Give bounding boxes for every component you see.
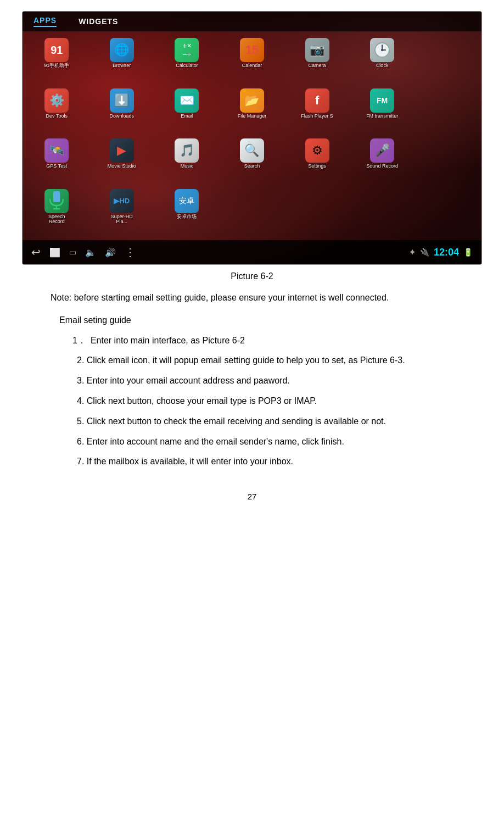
app-label-browser: Browser <box>113 63 131 69</box>
figure-caption: Picture 6-2 <box>22 271 482 281</box>
app-label-settings: Settings <box>308 164 326 169</box>
app-label-filemanager: File Manager <box>238 114 267 119</box>
step-6: 6. Enter into account name and the email… <box>77 434 471 450</box>
app-icon-flash[interactable]: f Flash Player S <box>285 86 349 121</box>
page-number: 27 <box>22 492 482 501</box>
app-icon-91[interactable]: 91 91手机助手 <box>25 36 89 71</box>
app-label-superhd: Super-HD Pla... <box>105 214 138 225</box>
app-icon-img-superhd: ▶HD <box>110 189 134 213</box>
step-4: 4. Click next button, choose your email … <box>77 393 471 409</box>
app-icon-img-movie: ▶ <box>110 138 134 163</box>
app-icon-img-sound: 🎤 <box>370 138 394 163</box>
tab-apps[interactable]: APPS <box>33 16 57 27</box>
signal-icon: ✦ <box>409 248 416 257</box>
android-screen: APPS WIDGETS 91 91手机助手 🌐 Browser <box>23 12 481 264</box>
app-label-email: Email <box>181 114 193 119</box>
battery-icon: 🔋 <box>463 248 473 257</box>
app-icon-fm[interactable]: FM FM transmitter <box>350 86 415 121</box>
app-icon-img-gps: 🛰️ <box>44 138 69 163</box>
step-7: 7. If the mailbox is available, it will … <box>77 454 471 470</box>
section-heading: Email seting guide <box>59 313 471 329</box>
app-icon-img-calendar: 15 <box>240 38 264 62</box>
app-icon-movie[interactable]: ▶ Movie Studio <box>90 136 154 171</box>
app-icon-camera[interactable]: 📷 Camera <box>285 36 349 71</box>
navigation-bar: ↩ ⬜ ▭ 🔈 🔊 ⋮ ✦ 🔌 12:04 🔋 <box>23 240 481 264</box>
app-label-91: 91手机助手 <box>44 63 69 69</box>
recent-button-icon[interactable]: ▭ <box>69 248 76 257</box>
usb-icon: 🔌 <box>420 248 429 257</box>
app-icon-sound[interactable]: 🎤 Sound Record <box>350 136 415 171</box>
app-label-music: Music <box>181 164 194 169</box>
app-icon-search[interactable]: 🔍 Search <box>220 136 284 171</box>
step-1: 1． Enter into main interface, as Picture… <box>72 333 471 349</box>
app-label-downloads: Downloads <box>110 114 135 119</box>
app-icon-img-market: 安卓 <box>175 189 199 213</box>
page-wrapper: APPS WIDGETS 91 91手机助手 🌐 Browser <box>0 0 504 534</box>
app-icon-browser[interactable]: 🌐 Browser <box>90 36 154 71</box>
app-icon-img-camera: 📷 <box>305 38 329 62</box>
app-icon-img-fm: FM <box>370 88 394 113</box>
app-icon-img-speech <box>44 189 69 213</box>
app-icon-calculator[interactable]: +×−÷ Calculator <box>155 36 219 71</box>
app-icon-speech[interactable]: Speech Record <box>25 187 89 227</box>
step-5: 5. Click next button to check the email … <box>77 414 471 430</box>
app-icon-market[interactable]: 安卓 安卓市场 <box>155 187 219 222</box>
app-label-flash: Flash Player S <box>301 114 333 119</box>
app-icon-downloads[interactable]: ⬇️ Downloads <box>90 86 154 121</box>
document-content: Note: before starting email setting guid… <box>22 290 482 470</box>
app-label-movie: Movie Studio <box>108 164 136 169</box>
vol-up-icon[interactable]: 🔊 <box>105 247 116 258</box>
app-label-search: Search <box>244 164 260 169</box>
app-label-gps: GPS Test <box>46 164 67 169</box>
svg-point-3 <box>381 49 383 51</box>
step-1-text: Enter into main interface, as Picture 6-… <box>91 333 245 349</box>
home-button-icon[interactable]: ⬜ <box>49 247 60 258</box>
step-2: 2. Click email icon, it will popup email… <box>77 353 471 369</box>
back-button-icon[interactable]: ↩ <box>31 246 41 259</box>
app-icon-img-settings: ⚙ <box>305 138 329 163</box>
more-menu-icon[interactable]: ⋮ <box>125 246 136 259</box>
app-icon-img-browser: 🌐 <box>110 38 134 62</box>
app-icon-img-91: 91 <box>44 38 69 62</box>
app-label-sound: Sound Record <box>366 164 398 169</box>
app-label-market: 安卓市场 <box>177 214 197 220</box>
nav-right-area: ✦ 🔌 12:04 🔋 <box>409 247 473 258</box>
screenshot-container: APPS WIDGETS 91 91手机助手 🌐 Browser <box>22 11 482 265</box>
note-paragraph: Note: before starting email setting guid… <box>33 290 471 306</box>
app-icon-img-calc: +×−÷ <box>175 38 199 62</box>
svg-rect-4 <box>53 191 60 202</box>
tab-widgets[interactable]: WIDGETS <box>79 17 118 26</box>
app-icon-img-flash: f <box>305 88 329 113</box>
app-icon-img-downloads: ⬇️ <box>110 88 134 113</box>
app-label-calendar: Calendar <box>242 63 262 69</box>
app-icon-clock[interactable]: Clock <box>350 36 415 71</box>
app-icon-img-filemanager: 📂 <box>240 88 264 113</box>
app-label-clock: Clock <box>376 63 389 69</box>
app-icon-settings[interactable]: ⚙ Settings <box>285 136 349 171</box>
app-icon-email[interactable]: ✉️ Email <box>155 86 219 121</box>
app-label-fm: FM transmitter <box>366 114 398 119</box>
app-icon-img-music: 🎵 <box>175 138 199 163</box>
app-grid: 91 91手机助手 🌐 Browser +×−÷ Calculator 1 <box>23 31 481 240</box>
app-icon-gps[interactable]: 🛰️ GPS Test <box>25 136 89 171</box>
app-icon-img-search: 🔍 <box>240 138 264 163</box>
app-icon-calendar[interactable]: 15 Calendar <box>220 36 284 71</box>
app-icon-filemanager[interactable]: 📂 File Manager <box>220 86 284 121</box>
app-label-calculator: Calculator <box>176 63 198 69</box>
step-3: 3. Enter into your email account address… <box>77 373 471 389</box>
vol-down-icon[interactable]: 🔈 <box>85 247 96 258</box>
tab-bar: APPS WIDGETS <box>23 12 481 31</box>
app-icon-img-devtools: ⚙️ <box>44 88 69 113</box>
status-time: 12:04 <box>434 247 459 258</box>
app-icon-img-email: ✉️ <box>175 88 199 113</box>
app-icon-img-clock <box>370 38 394 62</box>
nav-left-icons: ↩ ⬜ ▭ 🔈 🔊 ⋮ <box>31 246 136 259</box>
app-icon-superhd[interactable]: ▶HD Super-HD Pla... <box>90 187 154 227</box>
app-label-camera: Camera <box>309 63 326 69</box>
app-label-speech: Speech Record <box>40 214 73 225</box>
app-icon-devtools[interactable]: ⚙️ Dev Tools <box>25 86 89 121</box>
step-1-number: 1． <box>72 333 86 349</box>
app-icon-music[interactable]: 🎵 Music <box>155 136 219 171</box>
app-label-devtools: Dev Tools <box>46 114 68 119</box>
